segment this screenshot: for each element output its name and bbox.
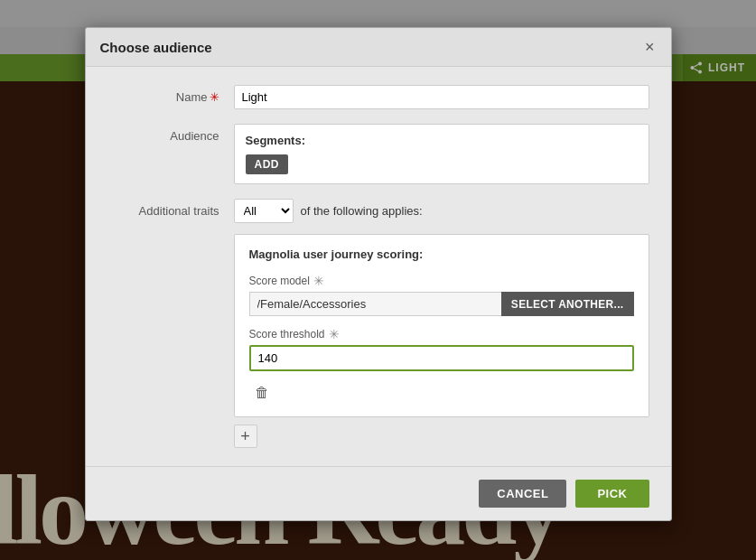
audience-field-container: Segments: ADD [234,124,649,184]
score-threshold-required: ✳ [329,327,340,341]
segments-box: Segments: ADD [234,124,649,184]
name-required-star: ✳ [210,90,219,104]
score-model-row: Score model ✳ SELECT ANOTHER... [249,274,634,316]
score-model-label: Score model ✳ [249,274,634,288]
add-scoring-button[interactable]: + [234,425,257,448]
cancel-button[interactable]: CANCEL [479,480,566,508]
score-threshold-input[interactable] [249,345,634,371]
additional-traits-row: Additional traits All Any None of the fo… [107,199,649,223]
name-input[interactable] [234,85,649,109]
delete-scoring-button[interactable]: 🗑 [249,382,275,404]
scoring-box: Magnolia user journey scoring: Score mod… [234,234,649,417]
modal-dialog: Choose audience × Name✳ Audience Segment… [85,27,672,521]
of-following-text: of the following applies: [301,204,423,218]
trash-icon: 🗑 [255,385,269,400]
score-model-required: ✳ [313,274,324,288]
scoring-title: Magnolia user journey scoring: [249,247,634,261]
name-label: Name✳ [107,85,234,104]
audience-row: Audience Segments: ADD [107,124,649,184]
segments-label: Segments: [246,134,638,147]
modal-header: Choose audience × [86,28,671,67]
select-another-button[interactable]: SELECT ANOTHER... [501,292,634,316]
audience-label: Audience [107,124,234,143]
modal-overlay: Choose audience × Name✳ Audience Segment… [0,0,756,560]
modal-body: Name✳ Audience Segments: ADD Additiona [86,67,671,466]
traits-select[interactable]: All Any None [234,199,294,223]
score-model-input[interactable] [249,292,501,316]
score-threshold-field: Score threshold ✳ [249,327,634,371]
modal-close-button[interactable]: × [643,39,657,55]
score-model-input-row: SELECT ANOTHER... [249,292,634,316]
name-field-container [234,85,649,109]
score-threshold-label: Score threshold ✳ [249,327,634,341]
additional-traits-label: Additional traits [107,204,234,218]
modal-title: Choose audience [100,40,212,55]
traits-content: All Any None of the following applies: [234,199,649,223]
name-row: Name✳ [107,85,649,109]
modal-footer: CANCEL PICK [86,466,671,520]
pick-button[interactable]: PICK [575,480,649,508]
add-segment-button[interactable]: ADD [246,154,289,174]
